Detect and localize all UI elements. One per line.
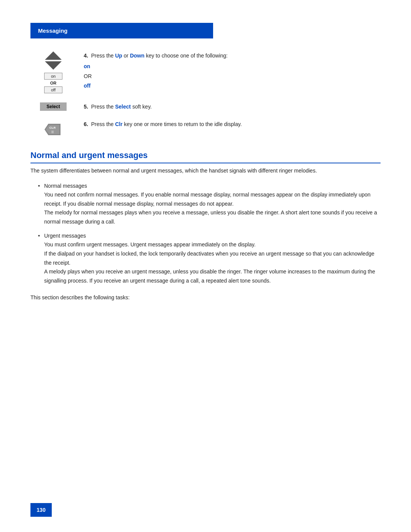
step-5-row: Select 5. Press the Select soft key. — [30, 101, 381, 111]
off-option: off — [84, 81, 381, 90]
header-banner: Messaging — [30, 23, 213, 38]
nav-arrows-icon — [45, 51, 62, 70]
step-5-icon-area: Select — [30, 101, 76, 111]
on-off-options: on OR off — [84, 62, 381, 90]
or-display-label: OR — [50, 81, 57, 85]
or-option: OR — [84, 72, 381, 80]
select-key-label: Select — [115, 104, 131, 110]
svg-text:|||: ||| — [51, 130, 54, 133]
step-5-number: 5. Press the Select soft key. — [84, 104, 152, 110]
step-6-number: 6. Press the Clr key one or more times t… — [84, 121, 242, 127]
clr-key-label: Clr — [115, 121, 123, 127]
step-5-num-bold: 5. — [84, 104, 88, 110]
step-6-num-bold: 6. — [84, 121, 88, 127]
off-display-button: off — [44, 86, 62, 93]
normal-messages-title: Normal messages — [44, 183, 381, 189]
onoff-button-display: on OR off — [44, 73, 62, 93]
step-4-num-bold: 4. — [84, 53, 88, 59]
select-key-area: Select — [40, 102, 67, 111]
list-item-normal-messages: Normal messages You need not confirm nor… — [38, 183, 381, 227]
page-container: Messaging on OR off 4. — [0, 0, 411, 532]
bullet-list: Normal messages You need not confirm nor… — [38, 183, 381, 286]
page-number: 130 — [30, 503, 52, 517]
on-option: on — [84, 62, 381, 70]
up-key-label: Up — [115, 53, 123, 59]
urgent-messages-title: Urgent messages — [44, 233, 381, 239]
step-4-row: on OR off 4. Press the Up or Down key to… — [30, 50, 381, 93]
on-display-button: on — [44, 73, 62, 80]
summary-text: This section describes the following tas… — [30, 293, 381, 302]
step-5-content: 5. Press the Select soft key. — [76, 101, 381, 111]
step-4-icon-area: on OR off — [30, 50, 76, 93]
section-title: Normal and urgent messages — [30, 150, 381, 163]
steps-section: on OR off 4. Press the Up or Down key to… — [30, 50, 381, 139]
clr-icon-container: CLR ||| — [44, 120, 63, 139]
step-6-content: 6. Press the Clr key one or more times t… — [76, 118, 381, 128]
list-item-urgent-messages: Urgent messages You must confirm urgent … — [38, 233, 381, 286]
clr-icon: CLR ||| — [44, 120, 63, 139]
normal-messages-body: You need not confirm normal messages. If… — [44, 192, 377, 225]
select-soft-key-icon: Select — [40, 102, 67, 111]
step-6-row: CLR ||| 6. Press the Clr key one or more… — [30, 118, 381, 139]
svg-text:CLR: CLR — [49, 126, 56, 129]
step-4-number: 4. Press the Up or Down key to choose on… — [84, 53, 228, 59]
down-key-label: Down — [130, 53, 144, 59]
arrow-up-icon — [45, 51, 62, 60]
step-4-content: 4. Press the Up or Down key to choose on… — [76, 50, 381, 90]
header-title: Messaging — [38, 27, 68, 34]
step-6-icon-area: CLR ||| — [30, 118, 76, 139]
intro-text: The system differentiates between normal… — [30, 166, 381, 175]
arrow-down-icon — [45, 61, 62, 70]
urgent-messages-body: You must confirm urgent messages. Urgent… — [44, 241, 375, 284]
